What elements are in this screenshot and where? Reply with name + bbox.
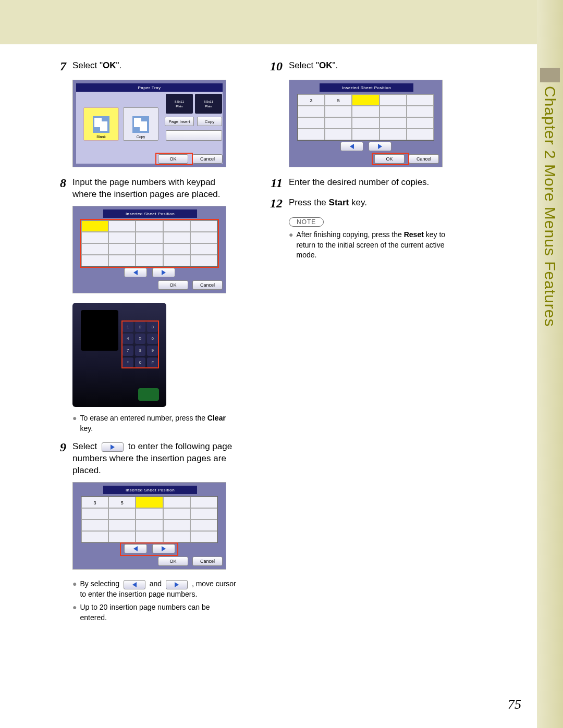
ok-button[interactable]: OK [158, 557, 188, 566]
page-number: 75 [508, 697, 521, 712]
text: Select " [289, 60, 319, 70]
ok-cancel-row: OK Cancel [158, 557, 223, 566]
text: After finishing copying, press the [296, 230, 403, 239]
step-9: 9 Select to enter the following page num… [50, 441, 237, 477]
option-copy[interactable]: Copy [123, 107, 158, 141]
cell[interactable] [108, 520, 136, 531]
cell[interactable] [407, 129, 434, 140]
arrow-right-icon [111, 445, 115, 450]
cell[interactable] [190, 497, 217, 508]
next-arrow-button[interactable] [152, 268, 175, 277]
cell[interactable] [325, 106, 352, 117]
cell[interactable] [190, 508, 217, 520]
cell[interactable] [407, 94, 434, 106]
cell-active[interactable] [352, 94, 379, 106]
step-number: 8 [50, 175, 66, 201]
cell[interactable]: 5 [108, 497, 136, 508]
text: By selecting [80, 579, 121, 588]
bullet-icon: ● [72, 602, 77, 623]
step-text: Select "OK". [72, 60, 237, 75]
note-item: ● Up to 20 insertion page numbers can be… [72, 602, 237, 623]
cell[interactable] [352, 106, 379, 117]
device-screen [81, 310, 118, 351]
right-column: 10 Select "OK". Inserted Sheet Position … [266, 60, 454, 626]
copy-button[interactable]: Copy [197, 117, 222, 126]
cell[interactable] [108, 531, 136, 542]
cell[interactable] [81, 531, 108, 542]
cell[interactable] [407, 106, 434, 117]
text: Select [72, 441, 100, 451]
cell[interactable] [81, 508, 108, 520]
cell[interactable]: 3 [298, 94, 325, 106]
cell[interactable] [380, 129, 407, 140]
ok-button[interactable]: OK [158, 280, 188, 290]
next-arrow-button[interactable] [102, 442, 124, 452]
text: Select " [72, 60, 103, 70]
cell[interactable] [380, 106, 407, 117]
cancel-button[interactable]: Cancel [192, 280, 223, 290]
text-bold: OK [103, 60, 116, 70]
option-blank[interactable]: Blank [83, 107, 119, 141]
position-grid: 3 5 [297, 94, 434, 141]
note-label: NOTE [289, 217, 324, 227]
cell[interactable] [325, 117, 352, 129]
arrow-right-icon [378, 144, 382, 149]
cell[interactable] [163, 508, 190, 520]
text-bold: Start [329, 198, 349, 207]
prev-arrow-button[interactable] [124, 268, 147, 277]
page-content: 7 Select "OK". Paper Tray Blank Copy 8.5… [50, 60, 456, 626]
cell[interactable] [136, 520, 163, 531]
text-bold: Clear [207, 414, 226, 422]
cell[interactable] [352, 117, 379, 129]
cell[interactable] [190, 531, 217, 542]
text: Up to 20 insertion page numbers can be e… [80, 602, 237, 623]
cell[interactable] [81, 520, 108, 531]
cell-active[interactable] [136, 497, 163, 508]
copy-icon [132, 116, 149, 133]
tray-slot[interactable] [166, 130, 222, 141]
next-arrow-button[interactable] [369, 142, 391, 151]
cell[interactable] [380, 94, 407, 106]
text: key. [349, 198, 367, 207]
cancel-button[interactable]: Cancel [192, 154, 223, 164]
cell[interactable] [298, 117, 325, 129]
cell[interactable] [407, 117, 434, 129]
cell[interactable] [325, 129, 352, 140]
sidebar-tab [540, 68, 560, 82]
step-number: 12 [266, 195, 283, 212]
type-label: Plain [176, 105, 182, 108]
page-insert-button[interactable]: Page Insert [165, 117, 194, 126]
screen-title: Inserted Sheet Position [320, 83, 413, 92]
cancel-button[interactable]: Cancel [409, 154, 439, 164]
note-item: ● After finishing copying, press the Res… [289, 230, 454, 261]
cancel-button[interactable]: Cancel [192, 557, 223, 566]
cell[interactable]: 5 [325, 94, 352, 106]
next-arrow-button[interactable] [166, 580, 188, 589]
ok-cancel-row: OK Cancel [158, 280, 223, 290]
start-key[interactable] [138, 388, 159, 401]
cell[interactable] [352, 129, 379, 140]
cell[interactable] [190, 520, 217, 531]
highlight-box [372, 153, 409, 165]
step-9-notes: ● By selecting and , move cursor to ente… [72, 579, 237, 623]
cell[interactable] [163, 497, 190, 508]
cell[interactable] [163, 531, 190, 542]
cell[interactable] [380, 117, 407, 129]
prev-arrow-button[interactable] [124, 580, 145, 589]
cell[interactable]: 3 [81, 497, 108, 508]
cell[interactable] [298, 129, 325, 140]
highlight-box [121, 320, 159, 368]
cell[interactable] [136, 508, 163, 520]
device-keypad-illustration: 1 2 3 4 5 6 7 8 9 * 0 # [72, 303, 166, 407]
cell[interactable] [298, 106, 325, 117]
highlight-box [80, 219, 219, 268]
header-bar [0, 0, 537, 44]
prev-arrow-button[interactable] [340, 142, 363, 151]
screenshot-sheet-position-3: Inserted Sheet Position 3 5 OK Cancel [289, 80, 443, 167]
cell[interactable] [136, 531, 163, 542]
screenshot-sheet-position-1: Inserted Sheet Position OK Cancel [72, 206, 226, 293]
cell[interactable] [163, 520, 190, 531]
cell[interactable] [108, 508, 136, 520]
screen-title: Inserted Sheet Position [103, 486, 197, 494]
option-label: Copy [137, 135, 145, 139]
